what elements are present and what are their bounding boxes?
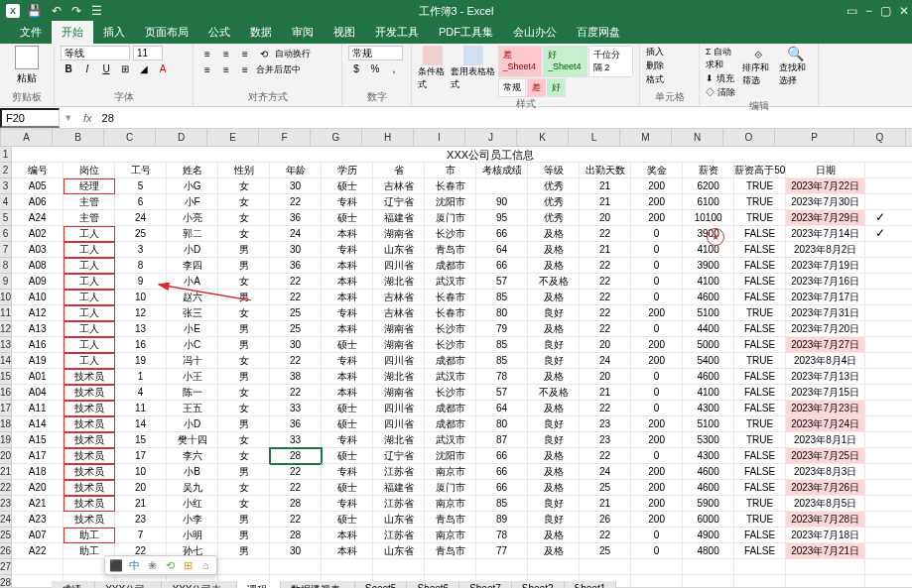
- save-icon[interactable]: 💾: [24, 4, 45, 18]
- ribbon-tab[interactable]: 会山办公: [503, 21, 567, 44]
- row-header[interactable]: 2: [0, 163, 12, 178]
- table-cell[interactable]: 良好: [528, 353, 580, 369]
- table-cell[interactable]: 及格: [528, 290, 580, 305]
- table-cell[interactable]: 及格: [528, 401, 580, 416]
- table-cell[interactable]: 辽宁省: [373, 194, 425, 210]
- table-cell[interactable]: A18: [12, 464, 64, 480]
- table-cell[interactable]: 90: [476, 194, 528, 210]
- ft-icon-3[interactable]: ❀: [145, 558, 159, 572]
- table-cell[interactable]: 李六: [167, 448, 218, 464]
- table-cell[interactable]: 23: [580, 416, 631, 432]
- table-cell[interactable]: 及格: [528, 369, 580, 385]
- column-header[interactable]: A: [1, 129, 53, 146]
- table-cell[interactable]: 22: [270, 194, 322, 210]
- table-cell[interactable]: 33: [270, 401, 322, 416]
- table-cell[interactable]: 专科: [322, 353, 373, 369]
- table-cell[interactable]: 技术员: [64, 448, 115, 464]
- table-cell[interactable]: 青岛市: [425, 543, 476, 559]
- row-header[interactable]: 13: [0, 337, 12, 353]
- ft-icon-5[interactable]: ⊞: [181, 558, 195, 572]
- table-cell[interactable]: 2023年7月17日: [786, 290, 865, 305]
- table-cell[interactable]: 小G: [167, 178, 218, 194]
- table-cell[interactable]: 小李: [167, 512, 218, 528]
- table-cell[interactable]: A24: [12, 210, 64, 226]
- column-header[interactable]: E: [207, 129, 259, 146]
- table-cell[interactable]: 22: [580, 401, 631, 416]
- table-cell[interactable]: 女: [218, 401, 270, 416]
- table-cell[interactable]: 0: [631, 321, 683, 337]
- table-format-button[interactable]: 套用表格格式: [451, 46, 496, 97]
- table-cell[interactable]: 5300: [683, 432, 734, 448]
- wrap-text-button[interactable]: 自动换行: [275, 48, 311, 60]
- column-header[interactable]: L: [569, 129, 620, 146]
- column-header[interactable]: M: [620, 129, 672, 146]
- conditional-format-button[interactable]: 条件格式: [418, 46, 449, 97]
- table-cell[interactable]: FALSE: [734, 401, 786, 416]
- table-cell[interactable]: 9: [115, 274, 167, 290]
- table-cell[interactable]: A22: [12, 543, 64, 559]
- cells-area[interactable]: XXX公司员工信息编号岗位工号姓名性别年龄学历省市考核成绩等级出勤天数奖金薪资薪…: [12, 147, 912, 587]
- table-cell[interactable]: 硕士: [322, 401, 373, 416]
- table-cell[interactable]: [218, 575, 270, 587]
- table-cell[interactable]: 85: [476, 290, 528, 305]
- table-cell[interactable]: 男: [218, 321, 270, 337]
- table-cell[interactable]: TRUE: [734, 305, 786, 321]
- table-cell[interactable]: [786, 575, 865, 587]
- table-cell[interactable]: 0: [631, 369, 683, 385]
- table-cell[interactable]: A14: [12, 416, 64, 432]
- table-cell[interactable]: FALSE: [734, 543, 786, 559]
- table-cell[interactable]: 12: [115, 305, 167, 321]
- table-cell[interactable]: [631, 559, 683, 575]
- table-cell[interactable]: [528, 575, 580, 587]
- row-header[interactable]: 3: [0, 178, 12, 194]
- close-icon[interactable]: ✕: [896, 4, 912, 18]
- minimize-icon[interactable]: −: [862, 4, 875, 18]
- touch-icon[interactable]: ☰: [88, 4, 105, 18]
- table-cell[interactable]: 吉林省: [373, 305, 425, 321]
- name-box[interactable]: [0, 108, 60, 128]
- table-header-cell[interactable]: 岗位: [64, 163, 115, 178]
- table-cell[interactable]: 26: [580, 512, 631, 528]
- table-cell[interactable]: 30: [270, 337, 322, 353]
- table-cell[interactable]: 22: [580, 274, 631, 290]
- column-header[interactable]: C: [104, 129, 156, 146]
- table-cell[interactable]: 男: [218, 416, 270, 432]
- table-cell[interactable]: 福建省: [373, 480, 425, 496]
- table-cell[interactable]: 硕士: [322, 416, 373, 432]
- table-cell[interactable]: 女: [218, 353, 270, 369]
- table-cell[interactable]: 工人: [64, 305, 115, 321]
- column-header[interactable]: G: [311, 129, 362, 146]
- currency-icon[interactable]: $: [348, 60, 364, 76]
- table-cell[interactable]: 本科: [322, 226, 373, 242]
- table-header-cell[interactable]: 等级: [528, 163, 580, 178]
- comma-icon[interactable]: ,: [386, 60, 402, 76]
- table-cell[interactable]: 2023年7月24日: [786, 416, 865, 432]
- table-cell[interactable]: 厦门市: [425, 480, 476, 496]
- table-cell[interactable]: 0: [631, 401, 683, 416]
- table-cell[interactable]: 66: [476, 448, 528, 464]
- table-cell[interactable]: 57: [476, 385, 528, 401]
- table-cell[interactable]: 22: [270, 464, 322, 480]
- table-cell[interactable]: 7: [115, 528, 167, 543]
- table-cell[interactable]: 硕士: [322, 178, 373, 194]
- table-cell[interactable]: 79: [476, 321, 528, 337]
- row-header[interactable]: 24: [0, 512, 12, 528]
- table-cell[interactable]: 硕士: [322, 512, 373, 528]
- table-cell[interactable]: 小亮: [167, 210, 218, 226]
- table-cell[interactable]: 男: [218, 369, 270, 385]
- table-cell[interactable]: 主管: [64, 210, 115, 226]
- table-cell[interactable]: 13: [115, 321, 167, 337]
- table-cell[interactable]: 5100: [683, 416, 734, 432]
- table-cell[interactable]: 25: [580, 543, 631, 559]
- table-cell[interactable]: 南京市: [425, 528, 476, 543]
- column-header[interactable]: B: [53, 129, 104, 146]
- table-cell[interactable]: 四川省: [373, 416, 425, 432]
- table-cell[interactable]: 4: [115, 385, 167, 401]
- table-cell[interactable]: 工人: [64, 290, 115, 305]
- table-cell[interactable]: TRUE: [734, 210, 786, 226]
- table-cell[interactable]: 技术员: [64, 496, 115, 512]
- table-cell[interactable]: 4400: [683, 321, 734, 337]
- table-cell[interactable]: 2023年8月3日: [786, 464, 865, 480]
- ribbon-tab[interactable]: 页面布局: [135, 21, 198, 44]
- table-cell[interactable]: [12, 559, 64, 575]
